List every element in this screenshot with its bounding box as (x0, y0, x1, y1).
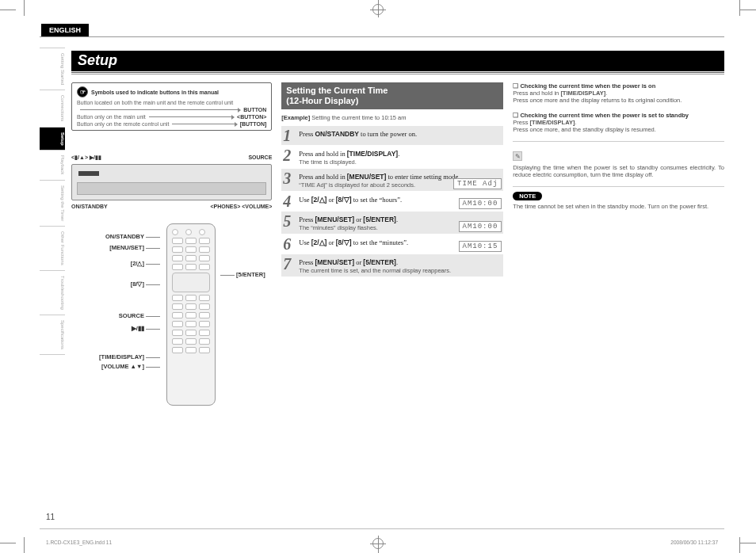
lcd-display: AM10:15 (459, 241, 502, 252)
section-title-line1: Setting the Current Time (286, 86, 388, 95)
page-title: Setup (71, 51, 724, 71)
main-unit-illustration (71, 164, 272, 200)
crop-mark (24, 537, 25, 553)
step-row: 2Press and hold in [TIME/DISPLAY].The ti… (281, 146, 503, 169)
pencil-icon: ✎ (513, 151, 522, 161)
example-text: Setting the current time to 10:15 am (311, 114, 406, 121)
column-steps: Setting the Current Time (12-Hour Displa… (281, 82, 503, 505)
divider (513, 186, 724, 187)
step-number: 1 (283, 128, 296, 143)
side-nav-item: Getting Started (40, 48, 65, 90)
step-body: Press [MENU/SET] or [5/ENTER].The curren… (299, 257, 502, 274)
rule (40, 528, 724, 529)
step-sub: The current time is set, and the normal … (299, 267, 502, 274)
subsection-title: Checking the current time when the power… (513, 82, 724, 90)
remote-callout: [MENU/SET] (109, 244, 144, 251)
remote-callout: [5/ENTER] (236, 271, 265, 278)
side-nav-item: Troubleshooting (40, 270, 65, 315)
legend-label: BUTTON (243, 107, 266, 113)
steps-list: 1Press ON/STANDBY to turn the power on.2… (281, 126, 503, 277)
body-text: Press once more and the display returns … (513, 97, 724, 104)
remote-callout: ▶/▮▮ (132, 325, 144, 332)
device-callout: ON/STANDBY (71, 204, 108, 209)
registration-mark-icon (372, 538, 384, 549)
body-text: The time cannot be set when in the stand… (513, 203, 724, 210)
step-body: Press and hold in [TIME/DISPLAY].The tim… (299, 148, 502, 166)
legend-desc: Button located on both the main unit and… (77, 100, 266, 105)
side-nav-item-active: Setup (40, 127, 65, 151)
lcd-display: AM10:00 (459, 198, 502, 209)
step-row: 5Press [MENU/SET] or [5/ENTER].The “minu… (281, 212, 503, 235)
subsection-title: Checking the current time when the power… (513, 112, 724, 119)
step-number: 3 (283, 171, 296, 189)
remote-callout: [VOLUME ▲▼] (101, 363, 144, 370)
crop-mark (740, 543, 756, 543)
footer-file: 1.RCD-CX1E3_ENG.indd 11 (46, 540, 112, 545)
step-sub: The time is displayed. (299, 158, 502, 166)
step-number: 5 (283, 214, 296, 231)
page: ENGLISH Getting Started Connections Setu… (32, 24, 732, 529)
footer-timestamp: 2008/06/30 11:12:37 (670, 540, 718, 545)
body-text: Displaying the time when the power is se… (513, 164, 724, 178)
legend-row: Button only on the main unit (77, 114, 146, 120)
step-row: 6Use [2/△] or [8/▽] to set the “minutes”… (281, 235, 503, 254)
remote-callout: SOURCE (119, 312, 144, 319)
remote-illustration (166, 223, 216, 406)
lcd-display: TIME Adj (453, 178, 502, 189)
registration-mark-icon (372, 4, 384, 15)
step-row: 3Press and hold in [MENU/SET] to enter t… (281, 169, 503, 192)
remote-callout: ON/STANDBY (105, 233, 144, 240)
step-main: Press [MENU/SET] or [5/ENTER]. (299, 258, 502, 266)
body-text: Press [TIME/DISPLAY]. (513, 119, 724, 126)
hand-icon: ☞ (77, 86, 88, 97)
side-nav-item: Other Functions (40, 226, 65, 270)
device-diagram: <▮/▲> ▶/▮▮ SOURCE ON/STANDBY <PHONES> <V… (71, 154, 272, 209)
crop-mark (739, 0, 740, 16)
rule (71, 72, 724, 73)
page-number: 11 (46, 513, 55, 521)
crop-mark (0, 10, 16, 10)
side-nav-item: Playback (40, 150, 65, 179)
legend-row: Button only on the remote control unit (77, 121, 169, 127)
step-number: 4 (283, 194, 296, 208)
column-diagrams: ☞ Symbols used to indicate buttons in th… (71, 82, 272, 505)
device-callout: <▮/▲> ▶/▮▮ (71, 154, 101, 161)
step-number: 7 (283, 257, 296, 274)
rule (71, 74, 724, 74)
columns: ☞ Symbols used to indicate buttons in th… (71, 82, 724, 505)
lcd-display: AM10:00 (459, 221, 502, 232)
crop-mark (24, 0, 25, 16)
step-main: Press and hold in [TIME/DISPLAY]. (299, 150, 502, 158)
example-label: [Example] (281, 114, 310, 121)
side-nav-item: Specifications (40, 315, 65, 355)
note-badge: NOTE (513, 192, 542, 200)
device-callout: <PHONES> <VOLUME> (211, 204, 273, 209)
side-nav-item: Connections (40, 90, 65, 126)
remote-callout: [8/▽] (131, 280, 144, 288)
body-text: Press and hold in [TIME/DISPLAY]. (513, 90, 724, 97)
section-title-line2: (12-Hour Display) (286, 96, 358, 105)
section-heading: Setting the Current Time (12-Hour Displa… (281, 82, 503, 109)
remote-callout: [2/△] (131, 260, 144, 267)
device-callout: SOURCE (248, 154, 272, 161)
legend-title: Symbols used to indicate buttons in this… (91, 90, 219, 95)
body-text: Press once more, and the standby display… (513, 126, 724, 133)
remote-callout: [TIME/DISPLAY] (99, 353, 144, 360)
side-nav: Getting Started Connections Setup Playba… (40, 48, 65, 355)
step-row: 7Press [MENU/SET] or [5/ENTER].The curre… (281, 254, 503, 277)
example-line: [Example] Setting the current time to 10… (281, 114, 503, 121)
legend-box: ☞ Symbols used to indicate buttons in th… (71, 82, 272, 131)
step-main: Press ON/STANDBY to turn the power on. (299, 130, 502, 138)
language-tab: ENGLISH (41, 24, 89, 36)
step-body: Press ON/STANDBY to turn the power on. (299, 128, 502, 143)
rule (40, 36, 724, 37)
legend-label: <BUTTON> (237, 114, 266, 120)
column-notes: Checking the current time when the power… (513, 82, 724, 505)
divider (513, 141, 724, 142)
step-row: 1Press ON/STANDBY to turn the power on. (281, 126, 503, 146)
side-nav-item: Setting the Timer (40, 180, 65, 226)
step-row: 4Use [2/△] or [8/▽] to set the “hours”.A… (281, 192, 503, 212)
remote-diagram: ON/STANDBY [MENU/SET] [2/△] [8/▽] [5/ENT… (71, 223, 272, 429)
crop-mark (740, 10, 756, 10)
step-number: 2 (283, 148, 296, 166)
